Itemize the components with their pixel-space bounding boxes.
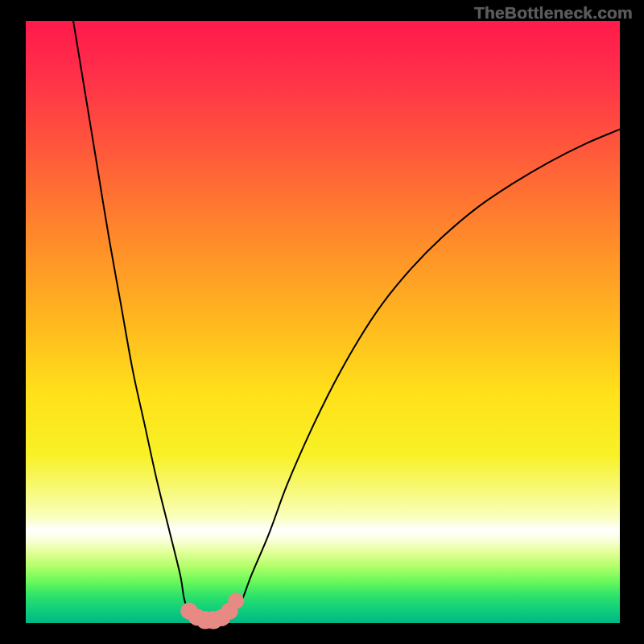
curve-right-curve [216, 130, 620, 623]
watermark-text: TheBottleneck.com [474, 3, 633, 23]
curve-overlay [26, 21, 620, 623]
curve-left-curve [73, 21, 216, 623]
marker-dot [228, 592, 244, 609]
chart-frame: TheBottleneck.com [0, 0, 644, 644]
